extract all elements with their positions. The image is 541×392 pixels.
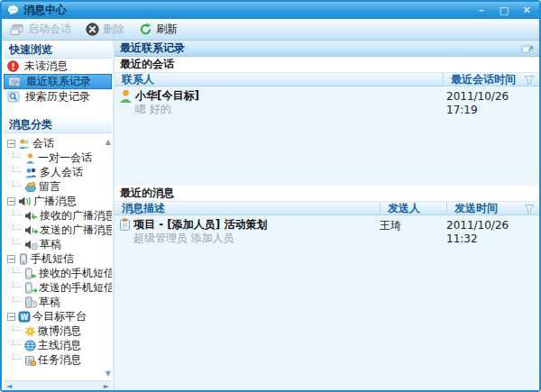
sidebar-quick-item[interactable]: 最近联系记录 [4,74,112,89]
sms-draft-icon [24,296,37,308]
tree-connector [13,266,22,273]
message-detail: 超级管理员 添加人员 [133,232,267,245]
message-center-window: 消息中心 –□✕ 启动会话删除刷新 快速浏览 未读消息最近联系记录搜索历史记录 … [0,0,541,392]
tree-item[interactable]: 微博消息 [4,324,112,338]
tree-item[interactable]: −W今目标平台 [4,309,112,324]
tree-item-label: 草稿 [39,295,60,309]
sidebar: 快速浏览 未读消息最近联系记录搜索历史记录 消息分类 ▲ ▼ −会话一对一会话多… [2,41,115,390]
window-title: 消息中心 [23,3,67,18]
tree-connector [13,208,22,215]
tree-item[interactable]: −会话 [4,136,112,150]
recent-messages-subtitle: 最近的消息 [115,186,539,201]
tree-connector [13,324,22,331]
message-note-icon [119,218,131,231]
tree-connector [13,179,22,187]
toolbar-button-label: 刷新 [156,22,178,37]
column-last-session-time[interactable]: 最近会话时间 [443,73,516,86]
broadcast-sent-icon [24,224,38,236]
column-contact[interactable]: 联系人 [115,73,154,86]
message-text: 项目 - [添加人员] 活动策划超级管理员 添加人员 [133,218,267,245]
sidebar-quick-item[interactable]: 搜索历史记录 [4,89,112,105]
sidebar-quick-item-label: 未读消息 [24,59,68,74]
recent-messages-section: 最近的消息 消息描述 发送人 发送时间 项目 - [添加人员] 活动策划超级管理… [115,186,539,390]
recent-contacts-icon [8,76,21,87]
sms-sent-icon [24,282,37,294]
tree-expander-icon[interactable]: − [7,255,15,263]
tree-item-label: 广播消息 [33,194,77,208]
broadcast-received-icon [24,210,38,222]
leave-message-icon [24,181,37,193]
last-session-time: 2011/10/26 17:19 [446,90,539,117]
titlebar[interactable]: 消息中心 –□✕ [2,2,539,19]
message-row[interactable]: 项目 - [添加人员] 活动策划超级管理员 添加人员王琦2011/10/26 1… [115,215,539,246]
unread-badge-icon [7,60,19,72]
categories-tree: ▲ ▼ −会话一对一会话多人会话留言−广播消息接收的广播消息发送的广播消息草稿−… [4,133,112,380]
conversations-list: 小华[今目标]嗯 好的2011/10/26 17:19 [115,87,539,186]
tree-item[interactable]: −广播消息 [4,194,112,208]
mainline-globe-icon [24,340,36,351]
toolbar: 启动会话删除刷新 [2,19,539,41]
contact-name: 小华[今目标] [135,89,199,103]
open-window-icon[interactable] [521,43,534,54]
sidebar-quick-item-label: 搜索历史记录 [25,89,90,105]
tree-connector [13,237,22,244]
tree-connector [13,223,22,230]
tree-expander-icon[interactable]: − [7,140,15,148]
filter-funnel-icon[interactable] [524,75,535,86]
scroll-right-arrow-icon[interactable]: ► [104,382,109,390]
tree-item-label: 草稿 [40,237,61,251]
toolbar-button: 删除 [86,22,124,37]
minimize-button[interactable]: – [474,5,489,17]
column-message-description[interactable]: 消息描述 [115,202,165,214]
tree-item[interactable]: 主线消息 [4,338,112,352]
filter-funnel-icon[interactable] [524,204,535,214]
tree-item[interactable]: 发送的手机短信 [4,280,112,295]
messages-list: 项目 - [添加人员] 活动策划超级管理员 添加人员王琦2011/10/26 1… [115,215,539,390]
recent-conversations-section: 最近的会话 联系人 最近会话时间 小华[今目标]嗯 好的2011/10/26 1… [115,57,539,186]
one-to-one-icon [24,152,36,164]
tree-item[interactable]: 接收的手机短信 [4,266,112,280]
categories-header: 消息分类 [4,117,112,133]
tree-expander-icon[interactable]: − [7,197,15,205]
tree-scroll-up-arrow-icon[interactable]: ▲ [105,139,111,146]
tree-connector [13,352,22,360]
column-sender[interactable]: 发送人 [380,202,420,214]
tree-item[interactable]: 发送的广播消息 [4,223,112,237]
search-history-icon [7,91,20,103]
tree-item[interactable]: 多人会话 [4,165,112,179]
close-button[interactable]: ✕ [519,5,534,17]
tree-item-label: 手机短信 [31,251,74,266]
tree-item[interactable]: 草稿 [4,237,112,251]
scroll-left-arrow-icon[interactable]: ◄ [6,382,12,390]
tree-item-label: 任务消息 [38,352,81,367]
platform-w-icon: W [18,311,31,323]
tree-expander-icon[interactable]: − [7,313,15,321]
tree-connector [13,338,22,345]
tree-item-label: 发送的手机短信 [39,280,112,295]
tree-item[interactable]: 任务消息 [4,352,112,367]
toolbar-button-label: 启动会话 [28,22,71,37]
tree-scroll-down-arrow-icon[interactable]: ▼ [105,370,111,378]
tree-item[interactable]: 接收的广播消息 [4,208,112,223]
conversation-row[interactable]: 小华[今目标]嗯 好的2011/10/26 17:19 [115,87,539,117]
multi-person-icon [24,167,38,178]
tree-item[interactable]: 留言 [4,179,112,194]
maximize-button[interactable]: □ [497,5,511,17]
tree-item-label: 留言 [39,179,60,194]
message-send-time: 2011/10/26 11:32 [446,219,539,246]
conversation-text: 小华[今目标]嗯 好的 [135,89,199,116]
session-window-icon [10,23,24,36]
toolbar-button[interactable]: 刷新 [139,22,178,37]
message-title: 项目 - [添加人员] 活动策划 [133,218,267,232]
sidebar-quick-item[interactable]: 未读消息 [4,59,112,74]
tree-item[interactable]: 一对一会话 [4,150,112,165]
tree-item[interactable]: 草稿 [4,295,112,309]
tree-horizontal-scrollbar[interactable]: ◄ ► [4,380,112,390]
tree-connector [13,165,22,172]
toolbar-button: 启动会话 [10,22,71,37]
column-send-time[interactable]: 发送时间 [446,202,498,214]
tree-item-label: 发送的广播消息 [40,223,112,237]
tree-connector [13,295,22,302]
tree-item[interactable]: −手机短信 [4,251,112,266]
tree-item-label: 多人会话 [40,165,83,179]
